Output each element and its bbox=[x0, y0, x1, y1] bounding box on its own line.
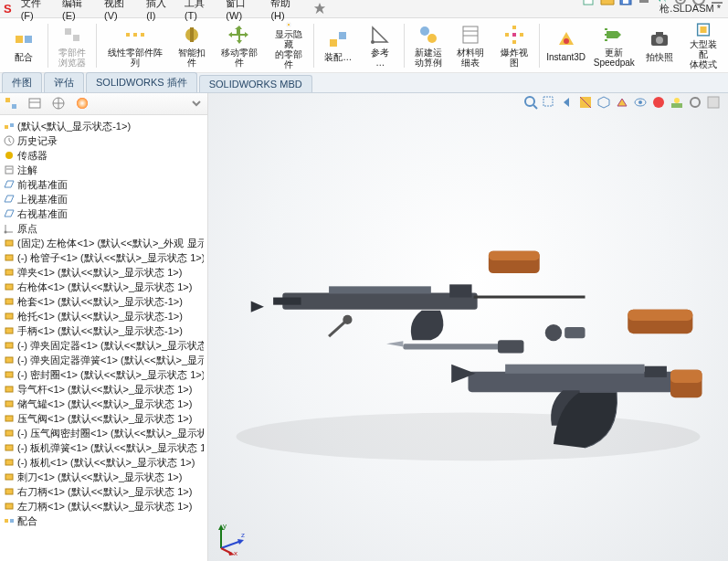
tree-label: 原点 bbox=[17, 222, 37, 235]
tab-sw-mbd[interactable]: SOLIDWORKS MBD bbox=[199, 75, 312, 92]
tree-part[interactable]: 枪套<1> (默认<<默认>_显示状态-1>) bbox=[2, 294, 206, 309]
svg-point-50 bbox=[5, 152, 13, 159]
ribbon-instant3d-label: Instant3D bbox=[546, 52, 586, 62]
ribbon-reference[interactable]: 参考 … bbox=[360, 20, 400, 71]
tree-part[interactable]: 刺刀<1> (默认<<默认>_显示状态 1>) bbox=[2, 470, 206, 484]
menu-help[interactable]: 帮助(H) bbox=[270, 0, 304, 21]
qat-save-icon[interactable] bbox=[618, 0, 633, 8]
feature-tree[interactable]: (默认<默认_显示状态-1>)历史记录传感器注解前视基准面上视基准面右视基准面原… bbox=[0, 115, 207, 561]
tab-evaluate[interactable]: 评估 bbox=[44, 72, 84, 92]
tab-sw-addins[interactable]: SOLIDWORKS 插件 bbox=[86, 72, 197, 92]
svg-rect-16 bbox=[141, 33, 144, 37]
tree-part-label: (-) 密封圈<1> (默认<<默认>_显示状态 1>) bbox=[17, 368, 204, 381]
svg-rect-3 bbox=[639, 0, 649, 3]
tree-part[interactable]: 右枪体<1> (默认<<默认>_显示状态 1>) bbox=[2, 280, 206, 294]
tree-part-label: (-) 弹夹固定器弹簧<1> (默认<<默认>_显示状 bbox=[17, 354, 204, 366]
tree-plane[interactable]: 右视基准面 bbox=[2, 206, 206, 221]
menubar: S 文件(F) 编辑(E) 视图(V) 插入(I) 工具(T) 窗口(W) 帮助… bbox=[0, 0, 728, 18]
fmtab-property-icon[interactable] bbox=[27, 96, 42, 112]
svg-rect-68 bbox=[5, 445, 13, 450]
svg-rect-55 bbox=[5, 255, 13, 260]
ribbon-smartfasteners-label: 智能扣 件 bbox=[178, 48, 206, 68]
ribbon-bom[interactable]: 材料明 细表 bbox=[450, 20, 491, 71]
svg-rect-18 bbox=[190, 27, 194, 42]
tree-part[interactable]: 导气杆<1> (默认<<默认>_显示状态 1>) bbox=[2, 382, 206, 397]
view-triad[interactable]: y z x bbox=[214, 519, 250, 556]
svg-rect-48 bbox=[10, 123, 14, 127]
tree-part[interactable]: 储气罐<1> (默认<<默认>_显示状态 1>) bbox=[2, 397, 206, 411]
tree-part[interactable]: 手柄<1> (默认<<默认>_显示状态-1>) bbox=[2, 323, 206, 338]
ribbon-snapshot[interactable]: 拍快照 bbox=[639, 20, 680, 71]
ribbon-assembly-label: 装配… bbox=[324, 52, 352, 62]
tree-origin[interactable]: 原点 bbox=[2, 221, 206, 236]
tree-plane[interactable]: 前视基准面 bbox=[2, 177, 206, 192]
menu-view[interactable]: 视图(V) bbox=[104, 0, 137, 21]
menu-pin-icon[interactable] bbox=[313, 2, 326, 16]
tree-part[interactable]: 压气阀<1> (默认<<默认>_显示状态 1>) bbox=[2, 411, 206, 426]
tree-part[interactable]: (-) 弹夹固定器<1> (默认<<默认>_显示状态 1 bbox=[2, 338, 206, 353]
tree-part[interactable]: 左刀柄<1> (默认<<默认>_显示状态 1>) bbox=[2, 499, 206, 513]
ribbon-explode[interactable]: 爆炸视图 bbox=[492, 20, 535, 71]
qat-new-icon[interactable] bbox=[582, 0, 596, 8]
tree-history[interactable]: 历史记录 bbox=[2, 133, 206, 148]
tree-part[interactable]: 弹夹<1> (默认<<默认>_显示状态 1>) bbox=[2, 265, 206, 280]
svg-rect-74 bbox=[10, 519, 14, 523]
ribbon-showhidden[interactable]: 显示隐藏 的零部件 bbox=[267, 20, 310, 71]
ribbon-linearpattern[interactable]: 线性零部件阵列 bbox=[100, 20, 170, 71]
fmtab-config-icon[interactable] bbox=[51, 96, 66, 112]
tree-part[interactable]: (-) 板机弹簧<1> (默认<<默认>_显示状态 1>) bbox=[2, 440, 206, 455]
ribbon-motionstudy[interactable]: 新建运 动算例 bbox=[408, 20, 448, 71]
tree-sensor[interactable]: 传感器 bbox=[2, 148, 206, 163]
tree-label: (默认<默认_显示状态-1>) bbox=[17, 120, 131, 132]
svg-rect-66 bbox=[5, 416, 13, 421]
svg-point-6 bbox=[679, 0, 682, 1]
svg-point-23 bbox=[371, 40, 375, 44]
svg-rect-89 bbox=[474, 295, 586, 298]
menu-file[interactable]: 文件(F) bbox=[21, 0, 53, 21]
tree-part-label: (-) 弹夹固定器<1> (默认<<默认>_显示状态 1 bbox=[17, 339, 204, 352]
axis-x-label: x bbox=[234, 549, 237, 556]
tree-part[interactable]: (-) 压气阀密封圈<1> (默认<<默认>_显示状态 bbox=[2, 426, 206, 440]
fmtab-collapse-icon[interactable] bbox=[189, 96, 204, 112]
tree-mates-label: 配合 bbox=[17, 514, 37, 527]
ribbon-smartfasteners[interactable]: 智能扣 件 bbox=[172, 20, 212, 71]
svg-rect-69 bbox=[5, 460, 13, 465]
ribbon-speedpak[interactable]: 更新 Speedpak bbox=[590, 20, 638, 71]
tree-part[interactable]: (-) 枪管子<1> (默认<<默认>_显示状态 1>) bbox=[2, 250, 206, 265]
menu-edit[interactable]: 编辑(E) bbox=[62, 0, 95, 21]
ribbon-mate[interactable]: 配合 bbox=[4, 20, 44, 71]
svg-point-24 bbox=[420, 26, 429, 36]
menu-insert[interactable]: 插入(I) bbox=[146, 0, 175, 21]
svg-rect-70 bbox=[5, 474, 13, 480]
tree-part[interactable]: 右刀柄<1> (默认<<默认>_显示状态 1>) bbox=[2, 484, 206, 499]
qat-print-icon[interactable] bbox=[637, 0, 651, 8]
tree-mates-folder[interactable]: 配合 bbox=[2, 513, 206, 528]
tree-plane[interactable]: 上视基准面 bbox=[2, 192, 206, 206]
ribbon-explode-label: 爆炸视图 bbox=[496, 48, 532, 68]
svg-rect-40 bbox=[5, 98, 10, 102]
tree-part-label: (-) 压气阀密封圈<1> (默认<<默认>_显示状态 bbox=[17, 427, 204, 439]
tree-assembly[interactable]: (默认<默认_显示状态-1>) bbox=[2, 119, 206, 133]
fmtab-tree-icon[interactable] bbox=[4, 96, 18, 112]
qat-open-icon[interactable] bbox=[600, 0, 615, 8]
ribbon-movecomp[interactable]: 移动零部件 bbox=[214, 20, 266, 71]
svg-rect-30 bbox=[512, 26, 516, 29]
tree-part[interactable]: (固定) 左枪体<1> (默认<<默认>_外观 显示状 bbox=[2, 236, 206, 250]
fmtab-appearance-icon[interactable] bbox=[75, 96, 90, 112]
tree-part[interactable]: 枪托<1> (默认<<默认>_显示状态-1>) bbox=[2, 309, 206, 323]
svg-rect-63 bbox=[5, 372, 13, 377]
tree-label: 前视基准面 bbox=[17, 178, 68, 191]
ribbon-instant3d[interactable]: Instant3D bbox=[543, 20, 589, 71]
menu-tools[interactable]: 工具(T) bbox=[185, 0, 216, 21]
tab-drawing[interactable]: 件图 bbox=[2, 72, 42, 92]
menu-window[interactable]: 窗口(W) bbox=[226, 0, 261, 21]
tree-note[interactable]: 注解 bbox=[2, 163, 206, 177]
tree-part[interactable]: (-) 弹夹固定器弹簧<1> (默认<<默认>_显示状 bbox=[2, 353, 206, 367]
ribbon-largeasm[interactable]: 大型装配 体模式 bbox=[681, 20, 724, 71]
tree-part[interactable]: (-) 密封圈<1> (默认<<默认>_显示状态 1>) bbox=[2, 367, 206, 382]
tree-part[interactable]: (-) 板机<1> (默认<<默认>_显示状态 1>) bbox=[2, 455, 206, 470]
svg-point-86 bbox=[236, 413, 700, 461]
graphics-viewport[interactable]: y z x bbox=[208, 93, 728, 561]
tree-part-label: 右枪体<1> (默认<<默认>_显示状态 1>) bbox=[17, 280, 192, 293]
ribbon-assembly[interactable]: 装配… bbox=[318, 20, 358, 71]
